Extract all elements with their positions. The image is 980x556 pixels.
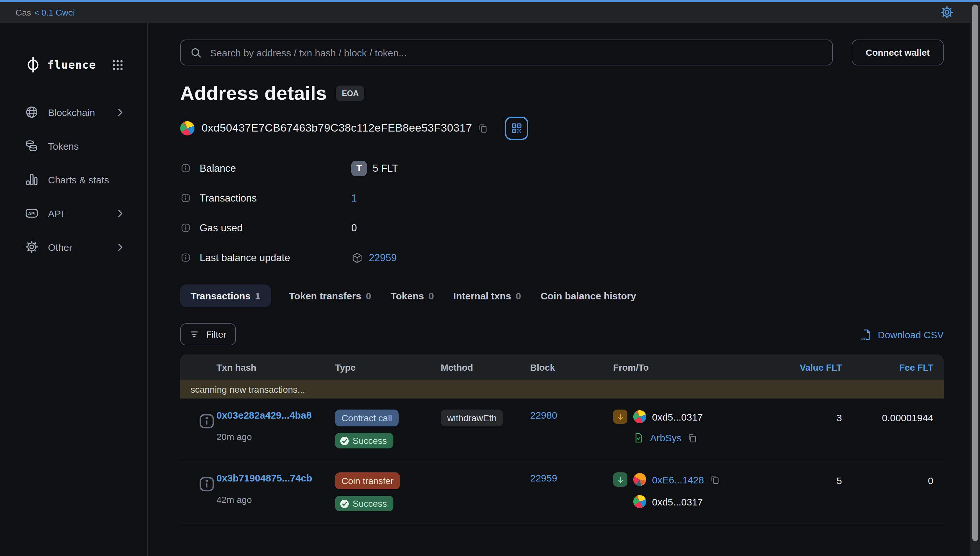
balance-label: Balance xyxy=(200,162,236,174)
top-bar: Gas < 0.1 Gwei xyxy=(0,2,980,23)
gas-used-label: Gas used xyxy=(200,222,243,234)
scrollbar-thumb[interactable] xyxy=(972,5,978,541)
sidebar-item-label: Other xyxy=(48,241,72,252)
copy-icon[interactable] xyxy=(710,474,720,485)
tab-token-transfers[interactable]: Token transfers 0 xyxy=(288,284,373,307)
info-hint-icon xyxy=(180,192,191,204)
direction-in-icon xyxy=(613,472,627,486)
settings-gear-icon[interactable] xyxy=(940,5,954,19)
download-csv-label: Download CSV xyxy=(878,329,944,340)
sidebar-item-label: Tokens xyxy=(48,140,79,151)
column-header-from-to: From/To xyxy=(613,362,764,372)
sidebar-item-other[interactable]: Other xyxy=(5,233,142,261)
tab-transactions[interactable]: Transactions 1 xyxy=(180,284,271,307)
tab-count: 0 xyxy=(366,290,371,301)
to-contract-link[interactable]: ArbSys xyxy=(650,432,681,443)
chevron-right-icon xyxy=(115,208,125,218)
tab-count: 0 xyxy=(429,290,434,301)
copy-icon[interactable] xyxy=(687,433,698,443)
column-header-fee-sort[interactable]: Fee FLT xyxy=(842,362,944,372)
transactions-label: Transactions xyxy=(200,192,257,204)
tab-coin-balance-history[interactable]: Coin balance history xyxy=(539,284,637,307)
svg-text:CSV: CSV xyxy=(861,336,868,340)
download-csv-link[interactable]: CSV Download CSV xyxy=(860,328,944,341)
block-link[interactable]: 22980 xyxy=(530,409,557,420)
info-row-gas-used: Gas used 0 xyxy=(180,219,944,236)
last-balance-update-block-link[interactable]: 22959 xyxy=(369,252,397,263)
gas-tracker[interactable]: Gas < 0.1 Gwei xyxy=(16,8,75,17)
qr-code-icon xyxy=(511,123,523,134)
tab-internal-txns[interactable]: Internal txns 0 xyxy=(452,284,522,307)
fluence-logo-icon[interactable] xyxy=(24,57,42,73)
tab-label: Token transfers xyxy=(289,290,361,301)
from-address: 0xd5...0317 xyxy=(652,411,703,422)
sidebar-item-api[interactable]: API API xyxy=(5,199,142,228)
check-circle-icon xyxy=(340,436,349,445)
info-row-last-balance-update: Last balance update 22959 xyxy=(180,249,944,266)
txn-age: 20m ago xyxy=(217,432,335,442)
filter-icon xyxy=(190,329,200,339)
column-header-method: Method xyxy=(441,362,530,372)
column-header-value-sort[interactable]: Value FLT xyxy=(764,362,842,372)
svg-text:API: API xyxy=(28,211,35,216)
search-input[interactable] xyxy=(210,47,823,58)
page-title: Address details xyxy=(180,82,327,104)
column-header-block: Block xyxy=(530,362,613,372)
txn-fee: 0.00001944 xyxy=(842,409,944,448)
address-type-badge: EOA xyxy=(336,86,365,101)
txn-type-badge: Coin transfer xyxy=(335,472,400,489)
info-hint-icon xyxy=(180,163,191,174)
copy-icon[interactable] xyxy=(478,123,488,134)
txn-hash-link[interactable]: 0x03e282a429...4ba8 xyxy=(217,409,335,420)
tab-tokens[interactable]: Tokens 0 xyxy=(389,284,435,307)
check-circle-icon xyxy=(340,499,349,508)
from-address-link[interactable]: 0xE6...1428 xyxy=(652,474,704,485)
table-header: Txn hash Type Method Block From/To Value… xyxy=(180,354,944,380)
sidebar-item-blockchain[interactable]: Blockchain xyxy=(5,98,142,126)
api-icon: API xyxy=(24,206,39,220)
sidebar-nav: Blockchain Tok xyxy=(0,98,147,261)
csv-file-icon: CSV xyxy=(860,328,873,341)
from-avatar xyxy=(633,473,646,486)
brand-name[interactable]: fluence xyxy=(47,58,96,71)
tab-count: 0 xyxy=(516,290,521,301)
chevron-right-icon xyxy=(115,242,125,252)
transaction-row: 0x3b71904875...74cb 42m ago Coin transfe… xyxy=(180,461,944,524)
txn-value: 3 xyxy=(764,409,842,448)
txn-type-badge: Contract call xyxy=(335,409,399,427)
address-avatar xyxy=(180,121,194,136)
scanning-message: scanning new transactions... xyxy=(191,384,305,394)
to-address: 0xd5...0317 xyxy=(652,496,703,507)
txn-value: 5 xyxy=(764,472,842,511)
txn-status-label: Success xyxy=(353,435,387,446)
address-info-list: Balance T 5 FLT Transactions xyxy=(180,159,944,266)
tab-count: 1 xyxy=(255,290,260,301)
txn-status-label: Success xyxy=(353,498,387,509)
filter-label: Filter xyxy=(206,329,226,339)
sidebar-item-tokens[interactable]: Tokens xyxy=(5,131,142,160)
coins-icon xyxy=(24,139,39,153)
scanning-status-bar: scanning new transactions... xyxy=(180,380,944,399)
direction-out-icon xyxy=(613,409,627,424)
tx-info-icon[interactable] xyxy=(197,412,217,431)
sidebar-item-charts-stats[interactable]: Charts & stats xyxy=(5,165,142,194)
gas-value: < 0.1 Gwei xyxy=(34,8,75,17)
txn-status-badge: Success xyxy=(335,496,393,511)
txn-hash-link[interactable]: 0x3b71904875...74cb xyxy=(217,472,335,483)
apps-grid-icon[interactable] xyxy=(112,59,124,71)
tab-bar: Transactions 1 Token transfers 0 Tokens … xyxy=(180,284,944,307)
block-link[interactable]: 22959 xyxy=(530,472,557,483)
connect-wallet-button[interactable]: Connect wallet xyxy=(852,40,944,65)
last-balance-update-label: Last balance update xyxy=(200,252,290,263)
tab-label: Coin balance history xyxy=(540,290,636,301)
sidebar: fluence B xyxy=(0,23,148,556)
tx-info-icon[interactable] xyxy=(197,474,217,494)
filter-button[interactable]: Filter xyxy=(180,323,236,345)
column-header-txn-hash: Txn hash xyxy=(217,362,335,372)
tab-label: Transactions xyxy=(191,290,251,301)
qr-code-button[interactable] xyxy=(505,116,529,140)
block-cube-icon xyxy=(351,252,363,263)
balance-value: 5 FLT xyxy=(373,162,398,174)
transactions-count-link[interactable]: 1 xyxy=(351,192,357,204)
tab-label: Tokens xyxy=(390,290,424,301)
